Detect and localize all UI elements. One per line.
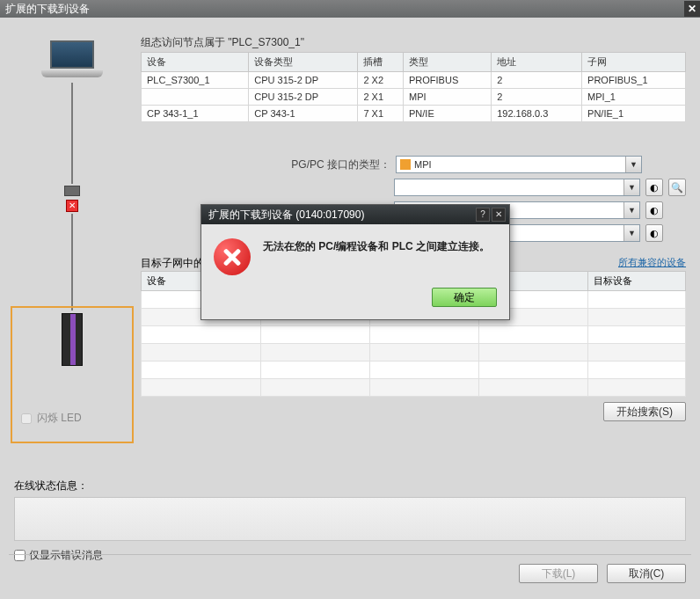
chevron-down-icon: ▼	[623, 225, 639, 241]
col-slot: 插槽	[358, 53, 404, 72]
col-target-targetdev: 目标设备	[587, 272, 685, 291]
connection-error-icon: ✕	[66, 200, 78, 212]
pc-icon	[41, 40, 103, 83]
config-nodes-heading: 组态访问节点属于 "PLC_S7300_1"	[141, 35, 686, 50]
error-dialog: 扩展的下载到设备 (0140:017090) ? ✕ 无法在您的 PC/编程设备…	[201, 204, 510, 320]
chevron-down-icon: ▼	[623, 179, 639, 195]
dialog-title: 扩展的下载到设备 (0140:017090)	[208, 208, 364, 223]
wire-segment	[71, 214, 73, 310]
only-errors-checkbox[interactable]	[14, 550, 26, 561]
dialog-titlebar: 扩展的下载到设备 (0140:017090) ? ✕	[201, 205, 509, 224]
col-devtype: 设备类型	[249, 53, 358, 72]
dialog-close-button[interactable]: ✕	[492, 208, 506, 222]
dialog-message: 无法在您的 PC/编程设备和 PLC 之间建立连接。	[263, 238, 490, 275]
wire-segment	[71, 83, 73, 184]
chevron-down-icon: ▼	[623, 202, 639, 218]
status-messages-box[interactable]	[14, 497, 686, 541]
main-panel: ✕ 闪烁 LED 组态访问节点属于 "PLC_S7300_1" 设备 设备类型 …	[0, 18, 700, 599]
config-nodes-table: 设备 设备类型 插槽 类型 地址 子网 PLC_S7300_1 CPU 315-…	[141, 52, 686, 122]
dialog-ok-button[interactable]: 确定	[432, 288, 497, 307]
interface-node-icon	[64, 186, 80, 196]
configure-interface-button[interactable]: ◐	[645, 179, 663, 196]
status-area: 在线状态信息： 仅显示错误消息	[14, 478, 686, 563]
table-row[interactable]: CP 343-1_1 CP 343-1 7 X1 PN/IE 192.168.0…	[142, 106, 686, 122]
table-row[interactable]: CPU 315-2 DP 2 X1 MPI 2 MPI_1	[142, 89, 686, 106]
pgpc-type-label: PG/PC 接口的类型：	[267, 157, 390, 172]
footer-separator	[9, 554, 691, 555]
col-addr: 地址	[492, 53, 582, 72]
footer-buttons: 下载(L) 取消(C)	[519, 564, 686, 583]
only-errors-label: 仅显示错误消息	[29, 548, 103, 563]
configure-connection-button[interactable]: ◐	[645, 201, 663, 219]
mpi-icon	[400, 159, 411, 170]
chevron-down-icon: ▼	[625, 157, 641, 172]
search-interface-button[interactable]: 🔍	[668, 179, 686, 196]
table-row[interactable]	[142, 326, 686, 344]
plc-icon	[62, 313, 83, 366]
cancel-button[interactable]: 取消(C)	[607, 564, 686, 583]
pgpc-interface-select[interactable]: ▼	[394, 179, 640, 196]
table-row[interactable]: PLC_S7300_1 CPU 315-2 DP 2 X2 PROFIBUS 2…	[142, 72, 686, 89]
table-row[interactable]	[142, 344, 686, 362]
table-row[interactable]	[142, 379, 686, 397]
start-search-button[interactable]: 开始搜索(S)	[603, 402, 686, 421]
flash-led-checkbox[interactable]	[21, 413, 32, 424]
col-subnet: 子网	[582, 53, 686, 72]
window-close-button[interactable]: ✕	[684, 1, 700, 17]
status-heading: 在线状态信息：	[14, 478, 686, 493]
window-titlebar: 扩展的下载到设备 ✕	[0, 0, 700, 18]
dialog-help-button[interactable]: ?	[476, 208, 490, 222]
error-icon	[214, 238, 251, 275]
download-button[interactable]: 下载(L)	[519, 564, 598, 583]
window-title: 扩展的下载到设备	[5, 2, 90, 17]
compatible-devices-link[interactable]: 所有兼容的设备	[618, 256, 686, 269]
flash-led-label: 闪烁 LED	[37, 411, 82, 426]
col-type: 类型	[404, 53, 492, 72]
configure-gateway-button[interactable]: ◐	[645, 224, 663, 242]
target-device-frame: 闪烁 LED	[11, 306, 134, 443]
table-row[interactable]	[142, 362, 686, 379]
col-device: 设备	[142, 53, 249, 72]
pgpc-type-select[interactable]: MPI ▼	[396, 156, 642, 173]
target-heading: 目标子网中的	[141, 256, 204, 271]
